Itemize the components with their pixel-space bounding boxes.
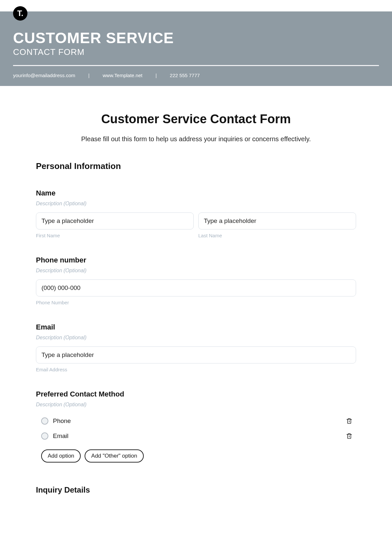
last-name-sublabel: Last Name (198, 233, 356, 238)
banner-title: CUSTOMER SERVICE (13, 30, 379, 46)
email-label: Email (36, 323, 356, 331)
name-description[interactable]: Description (Optional) (36, 201, 356, 207)
radio-icon[interactable] (41, 432, 48, 440)
section-inquiry-details: Inquiry Details (36, 485, 356, 495)
email-sublabel: Email Address (36, 367, 356, 372)
header-banner: T. CUSTOMER SERVICE CONTACT FORM yourinf… (0, 11, 392, 86)
phone-label: Phone number (36, 256, 356, 264)
trash-icon[interactable] (346, 432, 353, 440)
contact-method-description[interactable]: Description (Optional) (36, 402, 356, 408)
logo-icon: T. (13, 6, 27, 21)
form-intro: Please fill out this form to help us add… (36, 135, 356, 143)
form-title: Customer Service Contact Form (36, 112, 356, 126)
trash-icon[interactable] (346, 417, 353, 425)
phone-sublabel: Phone Number (36, 300, 356, 305)
first-name-sublabel: First Name (36, 233, 194, 238)
phone-description[interactable]: Description (Optional) (36, 268, 356, 274)
first-name-field[interactable] (36, 212, 194, 229)
divider-icon: | (155, 73, 157, 78)
email-description[interactable]: Description (Optional) (36, 335, 356, 341)
divider-icon: | (88, 73, 90, 78)
name-label: Name (36, 189, 356, 197)
banner-phone: 222 555 7777 (170, 73, 200, 78)
field-name: Name Description (Optional) First Name L… (36, 189, 356, 238)
field-preferred-contact: Preferred Contact Method Description (Op… (36, 390, 356, 463)
option-label[interactable]: Email (53, 432, 346, 440)
banner-divider (13, 65, 379, 66)
option-label[interactable]: Phone (53, 417, 346, 425)
banner-website: www.Template.net (103, 73, 142, 78)
banner-email: yourinfo@emailaddress.com (13, 73, 75, 78)
phone-number-field[interactable] (36, 279, 356, 296)
section-personal-information: Personal Information (36, 161, 356, 171)
banner-subtitle: CONTACT FORM (13, 47, 379, 57)
radio-icon[interactable] (41, 417, 48, 425)
add-other-option-button[interactable]: Add "Other" option (85, 449, 144, 463)
last-name-field[interactable] (198, 212, 356, 229)
email-field[interactable] (36, 346, 356, 363)
field-email: Email Description (Optional) Email Addre… (36, 323, 356, 372)
contact-method-label: Preferred Contact Method (36, 390, 356, 398)
add-option-button[interactable]: Add option (41, 449, 81, 463)
option-row-phone: Phone (36, 413, 356, 429)
field-phone: Phone number Description (Optional) Phon… (36, 256, 356, 305)
option-row-email: Email (36, 429, 356, 444)
